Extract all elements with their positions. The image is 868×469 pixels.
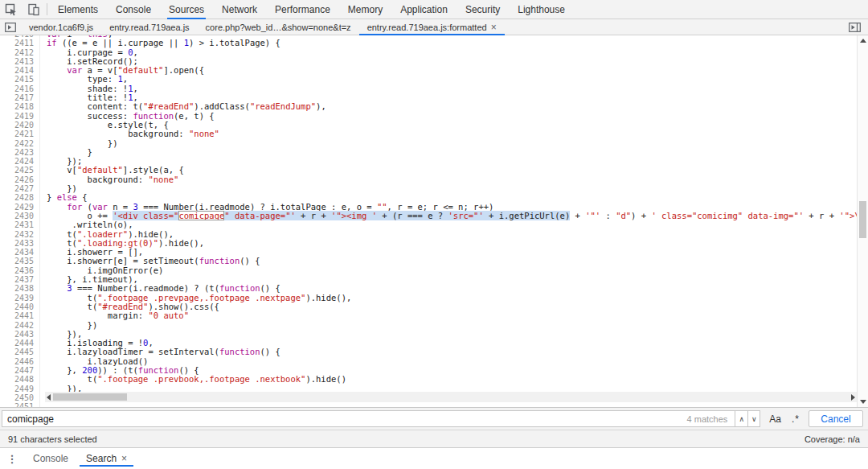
- scroll-left-arrow-icon[interactable]: [47, 394, 51, 401]
- line-number[interactable]: 2440: [0, 302, 40, 311]
- tab-application[interactable]: Application: [391, 0, 457, 19]
- line-number[interactable]: 2415: [0, 75, 40, 84]
- tab-sources[interactable]: Sources: [160, 0, 213, 19]
- line-number[interactable]: 2431: [0, 220, 40, 229]
- line-number[interactable]: 2442: [0, 321, 40, 330]
- code-line: 2441 margin: "0 auto": [0, 311, 857, 320]
- line-number[interactable]: 2438: [0, 284, 40, 293]
- line-number[interactable]: 2424: [0, 157, 40, 166]
- tab-performance[interactable]: Performance: [266, 0, 339, 19]
- file-tab[interactable]: entry.read.719aea.js:formatted×: [359, 19, 505, 35]
- line-number[interactable]: 2420: [0, 121, 40, 130]
- close-icon[interactable]: ×: [121, 454, 127, 463]
- line-number[interactable]: 2422: [0, 139, 40, 148]
- line-number[interactable]: 2450: [0, 393, 40, 402]
- tab-security[interactable]: Security: [457, 0, 509, 19]
- line-number[interactable]: 2445: [0, 348, 40, 356]
- line-number[interactable]: 2447: [0, 366, 40, 375]
- line-number[interactable]: 2433: [0, 239, 40, 248]
- main-tab-bar: ElementsConsoleSourcesNetworkPerformance…: [49, 0, 574, 19]
- line-number[interactable]: 2419: [0, 112, 40, 121]
- line-number[interactable]: 2423: [0, 148, 40, 157]
- vertical-scrollbar-thumb[interactable]: [859, 201, 866, 238]
- code-line: 2442 }): [0, 321, 857, 330]
- inspect-element-icon[interactable]: [0, 0, 23, 19]
- line-number[interactable]: 2434: [0, 248, 40, 257]
- line-number[interactable]: 2427: [0, 184, 40, 193]
- code-line: 2422 }): [0, 139, 857, 148]
- code-editor[interactable]: 2410var i = this;2411if ((e = e || i.cur…: [0, 35, 857, 407]
- line-number[interactable]: 2441: [0, 311, 40, 320]
- line-number[interactable]: 2428: [0, 193, 40, 202]
- next-match-button[interactable]: ∨: [747, 411, 760, 426]
- scroll-right-arrow-icon[interactable]: [851, 394, 855, 401]
- horizontal-scrollbar[interactable]: [45, 392, 857, 402]
- line-number[interactable]: 2443: [0, 330, 40, 339]
- cancel-button[interactable]: Cancel: [809, 410, 863, 427]
- line-number[interactable]: 2426: [0, 175, 40, 184]
- regex-button[interactable]: .*: [790, 413, 801, 425]
- line-number[interactable]: 2416: [0, 84, 40, 93]
- file-tab-label: entry.read.719aea.js:formatted: [367, 23, 487, 32]
- line-number[interactable]: 2435: [0, 257, 40, 265]
- close-icon[interactable]: ×: [491, 23, 497, 32]
- line-number[interactable]: 2430: [0, 212, 40, 220]
- tab-network[interactable]: Network: [213, 0, 266, 19]
- line-number[interactable]: 2418: [0, 102, 40, 111]
- code-line: 2427 }): [0, 184, 857, 193]
- vertical-scrollbar[interactable]: [857, 35, 868, 407]
- coverage-status-label: Coverage: n/a: [805, 434, 860, 444]
- find-bar: 4 matches ∧ ∨ Aa .* Cancel: [0, 407, 868, 430]
- drawer-tab-console[interactable]: Console: [24, 448, 77, 469]
- line-number[interactable]: 2411: [0, 39, 40, 47]
- device-toolbar-icon[interactable]: [23, 0, 45, 19]
- file-tab-label: vendor.1ca6f9.js: [29, 23, 93, 32]
- tab-console[interactable]: Console: [107, 0, 160, 19]
- devtools-window: ElementsConsoleSourcesNetworkPerformance…: [0, 0, 868, 469]
- file-tab[interactable]: vendor.1ca6f9.js: [21, 19, 101, 35]
- previous-match-button[interactable]: ∧: [735, 411, 747, 426]
- tab-elements[interactable]: Elements: [49, 0, 107, 19]
- match-nav-buttons: ∧ ∨: [735, 411, 760, 426]
- scroll-up-arrow-icon[interactable]: [860, 39, 866, 43]
- drawer: ⋮ ConsoleSearch×: [0, 447, 868, 469]
- file-tab[interactable]: core.php?web_id…&show=none&t=z: [198, 19, 359, 35]
- search-input[interactable]: [2, 411, 687, 426]
- inspect-element-icon-glyph: [5, 3, 18, 16]
- line-number[interactable]: 2446: [0, 357, 40, 366]
- line-number[interactable]: 2437: [0, 275, 40, 284]
- line-number[interactable]: 2449: [0, 385, 40, 393]
- line-number[interactable]: 2444: [0, 339, 40, 348]
- tab-lighthouse[interactable]: Lighthouse: [509, 0, 574, 19]
- scroll-down-arrow-icon[interactable]: [860, 400, 866, 404]
- match-case-button[interactable]: Aa: [768, 413, 783, 425]
- code-line-text: o += '<div class="comicpage" data-page="…: [40, 212, 857, 220]
- line-number[interactable]: 2436: [0, 266, 40, 275]
- drawer-tab-bar: ConsoleSearch×: [24, 448, 136, 469]
- code-line: 2426 background: "none": [0, 175, 857, 184]
- line-number[interactable]: 2412: [0, 48, 40, 57]
- code-line-text: t(".footpage .prevbook,.footpage .nextbo…: [40, 375, 346, 384]
- drawer-tab-search[interactable]: Search×: [77, 448, 136, 469]
- file-tab-bar: vendor.1ca6f9.jsentry.read.719aea.jscore…: [0, 19, 868, 35]
- tab-memory[interactable]: Memory: [339, 0, 391, 19]
- horizontal-scrollbar-thumb[interactable]: [53, 393, 127, 401]
- toolbar-divider: [47, 3, 47, 15]
- line-number[interactable]: 2421: [0, 130, 40, 138]
- line-number[interactable]: 2432: [0, 230, 40, 239]
- line-number[interactable]: 2439: [0, 294, 40, 302]
- line-number[interactable]: 2413: [0, 57, 40, 66]
- navigator-toggle-icon[interactable]: [0, 19, 21, 35]
- line-number[interactable]: 2417: [0, 93, 40, 102]
- line-number[interactable]: 2429: [0, 203, 40, 212]
- file-tabs: vendor.1ca6f9.jsentry.read.719aea.jscore…: [21, 19, 505, 35]
- line-number[interactable]: 2425: [0, 166, 40, 175]
- line-number[interactable]: 2448: [0, 375, 40, 384]
- show-debugger-sidebar-icon[interactable]: [844, 23, 865, 32]
- file-tab[interactable]: entry.read.719aea.js: [101, 19, 197, 35]
- drawer-tab-label: Console: [33, 453, 68, 464]
- line-number[interactable]: 2414: [0, 66, 40, 75]
- drawer-menu-icon[interactable]: ⋮: [0, 448, 24, 469]
- code-line: 2414 var a = v["default"].open({: [0, 66, 857, 75]
- selection-status-label: 91 characters selected: [8, 434, 97, 444]
